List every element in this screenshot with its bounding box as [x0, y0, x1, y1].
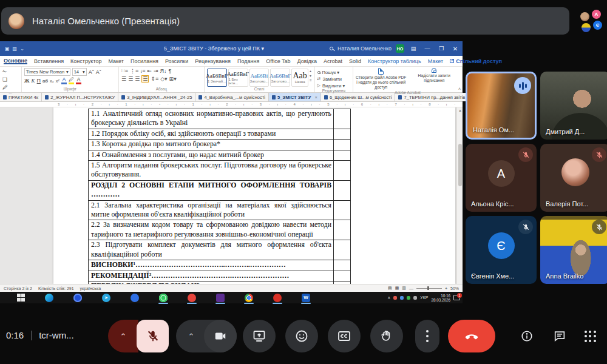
app-icon[interactable] [188, 294, 196, 302]
clock[interactable]: 10:1628.03.2026 [431, 294, 450, 302]
tab-mailings[interactable]: Розсилки [165, 58, 188, 64]
search-icon[interactable] [330, 47, 333, 50]
replace-button[interactable]: ⇄Замінити [317, 76, 342, 82]
collapse-ribbon-icon[interactable]: ˄ [458, 87, 461, 91]
borders-icon[interactable]: ⊞▾ [169, 76, 177, 82]
participant-tile-valeriia[interactable]: Валерія Пот... [540, 144, 607, 212]
app-icon[interactable] [273, 294, 282, 302]
style-heading2[interactable]: АаБбВвГЗаголово... [270, 69, 290, 87]
shading-icon[interactable]: ◇▾ [160, 76, 167, 82]
language-indicator[interactable]: УКР [420, 295, 428, 300]
notification-icon[interactable]: 1 [453, 295, 460, 300]
table-row[interactable]: 2.2 За визначеним кодом товару та сформо… [89, 220, 350, 240]
style-title[interactable]: AabНазва [291, 69, 308, 87]
mic-toggle-button[interactable] [137, 320, 169, 352]
share-button[interactable]: Спільний доступ [450, 58, 502, 64]
tray-icon[interactable] [413, 296, 417, 300]
browser-icon[interactable] [73, 294, 82, 302]
start-button[interactable] [17, 294, 25, 302]
present-button[interactable] [243, 320, 276, 352]
pilcrow-icon[interactable]: ¶ [169, 68, 172, 74]
save-icon[interactable]: ▥ [13, 46, 18, 52]
tray-chevron-icon[interactable]: ∧ [387, 295, 390, 300]
doc-tab[interactable]: 4_Виробнича_...м сумісності [195, 93, 269, 101]
styles-scroll-down[interactable]: ▾ [310, 73, 312, 78]
tray-icon[interactable] [393, 296, 397, 300]
bullets-icon[interactable]: ∷≡ [121, 68, 128, 74]
chat-button[interactable] [552, 328, 568, 344]
style-normal[interactable]: АаБбВвГ1 Звичай... [207, 69, 227, 87]
print-layout-icon[interactable]: ▦ [395, 286, 399, 291]
tab-solid[interactable]: Solid [349, 58, 361, 64]
minimize-button[interactable]: — [422, 44, 432, 53]
edge-icon[interactable] [45, 294, 53, 302]
participants-stack[interactable]: А Є [577, 9, 607, 33]
page-count[interactable]: Сторінка 2 із 2 [4, 286, 32, 291]
tab-insert[interactable]: Вставлення [34, 58, 64, 64]
table-row[interactable]: 1.4 Ознайомлення з послугами, що надає м… [89, 150, 350, 161]
document-area[interactable]: 1.1 Аналітичний огляд основних нормативн… [0, 107, 463, 284]
telegram-icon[interactable]: ➤ [102, 294, 110, 302]
undo-icon[interactable]: ⌄ [20, 46, 24, 52]
account-badge[interactable]: НО [396, 44, 404, 53]
highlight-button[interactable]: 🖊 [69, 77, 74, 84]
horizontal-ruler[interactable]: 3 · ı · 2 · ı · 1 · ı · ▫ · ı · 1 · ı · … [0, 102, 463, 107]
document-page[interactable]: 1.1 Аналітичний огляд основних нормативн… [53, 107, 455, 284]
font-color-button[interactable]: А [76, 77, 81, 84]
create-pdf-button[interactable]: Створити файл Adobe PDF і надати до ньог… [356, 68, 407, 90]
participant-tile-yevheniia[interactable]: Є Євгенія Хме... [466, 216, 537, 284]
indent-icon[interactable]: ⇥ [154, 68, 158, 74]
whatsapp-icon[interactable] [159, 294, 168, 302]
participant-tile-dmytrii[interactable]: Дмитрий Д... [540, 72, 607, 140]
participant-tile-alona[interactable]: А Альона Кріс... [466, 144, 537, 212]
ribbon-display-icon[interactable]: ▤ [409, 44, 418, 53]
line-spacing-icon[interactable]: ⇕≡ [151, 76, 158, 82]
scroll-up-icon[interactable]: ▲ [457, 107, 463, 113]
sort-icon[interactable]: Я↓ [160, 68, 167, 74]
copy-icon[interactable]: ❏ [2, 76, 7, 83]
align-right-icon[interactable]: ☰ [135, 76, 140, 82]
table-row[interactable]: 1.3 Коротка довідка про митного брокера* [89, 140, 350, 150]
shrink-font-icon[interactable]: Аˇ [96, 69, 101, 75]
close-button[interactable]: ✕ [450, 44, 460, 53]
tab-acrobat[interactable]: Acrobat [324, 58, 342, 64]
raise-hand-button[interactable] [370, 320, 403, 352]
presentation-banner[interactable]: Наталія Омельченко (Презентація) [1, 7, 569, 35]
doc-tab[interactable]: 2_ЖУРНАЛ П...НСТРУКТАЖУ [42, 93, 118, 101]
text-effects-button[interactable]: А [61, 77, 67, 84]
tab-design[interactable]: Конструктор [70, 58, 101, 64]
mic-options-chevron[interactable]: ⌃ [108, 320, 138, 352]
vertical-scrollbar[interactable]: ▲ [456, 107, 463, 284]
table-row[interactable]: 1.1 Аналітичний огляд основних нормативн… [89, 109, 350, 129]
end-call-button[interactable] [448, 320, 495, 352]
captions-button[interactable] [328, 320, 361, 352]
tab-table-design[interactable]: Конструктор таблиць [368, 58, 421, 64]
table-row[interactable]: 1.2 Порядок обліку осіб, які здійснюють … [89, 129, 350, 140]
chrome-icon[interactable] [245, 294, 253, 302]
zoom-level[interactable]: 50% [450, 286, 459, 291]
app-icon[interactable] [216, 294, 225, 302]
font-name-select[interactable]: Times New Roman▾ [24, 68, 70, 76]
participant-tile-natalia[interactable]: Наталія Ом... [466, 72, 537, 140]
emoji-button[interactable] [285, 320, 318, 352]
word-icon[interactable]: W [302, 294, 310, 302]
table-row[interactable]: 2.3 Підготувати комплект документів для … [89, 240, 350, 260]
tab-office-tab[interactable]: Office Tab [266, 58, 290, 64]
table-row[interactable]: РЕКОМЕНДАЦІЇ²…………………………….…………………… [89, 271, 350, 281]
more-options-button[interactable] [415, 320, 439, 352]
tray-icon[interactable] [400, 296, 404, 300]
zoom-in-icon[interactable]: + [445, 286, 447, 291]
zoom-out-icon[interactable]: — [409, 286, 413, 291]
align-left-icon[interactable]: ☰ [121, 76, 126, 82]
numbering-icon[interactable]: ⋮≡ [130, 68, 138, 74]
tab-view[interactable]: Подання [237, 58, 259, 64]
strikethrough-button[interactable]: аб [42, 78, 48, 84]
grow-font-icon[interactable]: Аˆ [89, 69, 94, 75]
apps-grid-button[interactable] [582, 328, 598, 344]
bold-button[interactable]: Ж [24, 78, 30, 84]
tab-references[interactable]: Посилання [131, 58, 158, 64]
quick-access-toolbar[interactable]: ▣▥⌄ [5, 46, 24, 52]
zoom-slider[interactable] [416, 288, 442, 289]
style-heading1[interactable]: АаБбВіЗаголово... [249, 69, 270, 87]
word-count[interactable]: Кількість слів: 291 [38, 286, 74, 291]
